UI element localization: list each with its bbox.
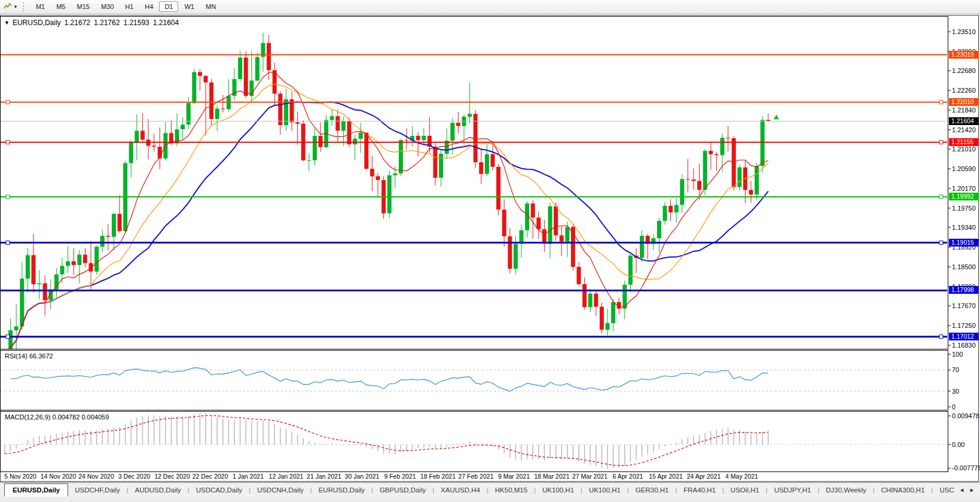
date-label: 9 Feb 2021 <box>384 473 416 480</box>
timeframe-toolbar: M1M5M15M30H1H4D1W1MN <box>30 1 221 12</box>
rsi-tick-label: 100 <box>952 351 963 358</box>
symbol-timeframe-label: EURUSD,Daily <box>13 19 61 27</box>
date-label: 3 Dec 2020 <box>118 473 151 480</box>
chart-tab-audusd-2[interactable]: AUDUSD,Daily <box>129 484 188 496</box>
up-arrow-icon <box>774 115 779 120</box>
date-label: 24 Nov 2020 <box>78 473 114 480</box>
price-tick-label: 1.17250 <box>952 322 976 329</box>
timeframe-button-d1[interactable]: D1 <box>159 1 178 12</box>
current-price-tag: 1.21604 <box>949 117 979 125</box>
chart-tab-gbpusd-6[interactable]: GBPUSD,Daily <box>373 484 432 496</box>
level-price-tag: 1.23019 <box>949 51 979 59</box>
price-tick-label: 1.18500 <box>952 263 976 270</box>
date-label: 30 Jan 2021 <box>345 473 380 480</box>
chart-tab-china300-16[interactable]: CHINA300,H1 <box>875 484 932 496</box>
rsi-pane-plot[interactable] <box>0 368 948 392</box>
timeframe-button-mn[interactable]: MN <box>200 1 221 12</box>
date-label: 27 Mar 2021 <box>572 473 607 480</box>
chart-tab-usdjpy-14[interactable]: USDJPY,H1 <box>768 484 818 496</box>
level-line-handle[interactable] <box>6 241 10 245</box>
chart-tab-eurusd-5[interactable]: EURUSD,Daily <box>312 484 371 496</box>
date-label: 12 Dec 2020 <box>154 473 190 480</box>
level-price-tag: 1.19992 <box>949 193 979 200</box>
timeframe-button-m15[interactable]: M15 <box>71 1 94 12</box>
tab-scroll-right-icon[interactable]: ► <box>969 487 975 493</box>
price-tick-label: 1.20590 <box>952 165 976 172</box>
price-tick-label: 1.21010 <box>952 145 976 153</box>
level-line-handle[interactable] <box>939 195 943 199</box>
chart-tab-usdcnh-4[interactable]: USDCNH,Daily <box>251 484 310 496</box>
chart-tab-usc-17[interactable]: USC <box>933 484 954 496</box>
chart-tab-hk50-8[interactable]: HK50,M15 <box>489 484 534 496</box>
timeframe-button-m5[interactable]: M5 <box>51 1 71 12</box>
top-toolbar: ▼ M1M5M15M30H1H4D1W1MN <box>0 0 980 14</box>
date-label: 15 Apr 2021 <box>649 473 683 480</box>
moving-average-line[interactable] <box>5 102 768 365</box>
timeframe-button-m1[interactable]: M1 <box>30 1 50 12</box>
timeframe-button-w1[interactable]: W1 <box>179 1 200 12</box>
date-label: 5 Nov 2020 <box>4 473 36 480</box>
price-tick-label: 1.19750 <box>952 205 976 212</box>
level-line-handle[interactable] <box>6 141 10 144</box>
level-price-tag: 1.21155 <box>949 138 979 146</box>
level-price-tag: 1.19015 <box>949 239 979 247</box>
price-tick-label: 1.21420 <box>952 126 976 133</box>
tab-scroll-left-icon[interactable]: ◄ <box>959 487 964 493</box>
level-line-handle[interactable] <box>6 195 10 199</box>
chart-tab-ger30-11[interactable]: GER30,H1 <box>629 484 676 496</box>
window-menu-icon[interactable]: ▼ <box>4 20 10 26</box>
chart-tool-icon[interactable] <box>3 2 13 11</box>
price-tick-label: 1.16830 <box>952 342 976 349</box>
level-price-tag: 1.22010 <box>949 98 979 106</box>
level-line-handle[interactable] <box>939 335 943 339</box>
macd-tick-label: 0.00 <box>952 441 964 448</box>
chart-tab-fra40-12[interactable]: FRA40,H1 <box>677 484 722 496</box>
date-label: 1 Jan 2021 <box>233 473 264 480</box>
date-label: 4 May 2021 <box>725 473 758 480</box>
date-label: 12 Jan 2021 <box>269 473 304 480</box>
dropdown-caret-icon[interactable]: ▼ <box>13 4 20 10</box>
price-tick-label: 1.22680 <box>952 67 976 74</box>
chart-tab-usdcad-3[interactable]: USDCAD,Daily <box>190 484 249 496</box>
date-label: 22 Dec 2020 <box>193 473 228 480</box>
macd-pane-plot[interactable] <box>0 413 948 469</box>
level-price-tag: 1.17998 <box>949 286 979 294</box>
toolbar-grip[interactable] <box>23 2 26 11</box>
date-label: 14 Nov 2020 <box>41 473 77 480</box>
main-chart-plot[interactable] <box>0 33 948 384</box>
tab-scroll-arrows: ◄ ► <box>954 487 980 493</box>
timeframe-button-m30[interactable]: M30 <box>96 1 119 12</box>
price-tick-label: 1.19340 <box>952 224 976 231</box>
macd-tick-label: 0.009478 <box>952 412 979 419</box>
macd-tick-label: -0.007778 <box>952 464 980 471</box>
rsi-indicator-label: RSI(14) 66.3672 <box>5 352 53 360</box>
chart-tabs: EURUSD,DailyUSDCHF,Daily|AUDUSD,Daily|US… <box>0 483 954 497</box>
chart-tab-xauusd-7[interactable]: XAUUSD,H4 <box>434 484 487 496</box>
price-tick-label: 1.20170 <box>952 185 976 192</box>
ohlc-low: 1.21593 <box>123 19 149 27</box>
chart-tab-eurusd-0[interactable]: EURUSD,Daily <box>4 483 68 497</box>
price-tick-label: 1.22260 <box>952 87 976 94</box>
price-tick-label: 1.17670 <box>952 302 976 309</box>
date-label: 9 Mar 2021 <box>498 473 530 480</box>
chart-tab-dj30-15[interactable]: DJ30,Weekly <box>819 484 873 496</box>
level-price-tag: 1.17012 <box>949 333 979 340</box>
date-label: 27 Feb 2021 <box>459 473 494 480</box>
chart-tool-glyph <box>4 2 12 11</box>
level-line-handle[interactable] <box>6 335 10 339</box>
chart-tab-usdchf-1[interactable]: USDCHF,Daily <box>68 484 126 496</box>
level-line-handle[interactable] <box>939 101 943 104</box>
chart-tab-usoil-13[interactable]: USOil,H1 <box>724 484 766 496</box>
ohlc-high: 1.21762 <box>94 19 120 27</box>
timeframe-button-h1[interactable]: H1 <box>120 1 139 12</box>
level-line-handle[interactable] <box>939 141 943 144</box>
chart-tab-uk100-10[interactable]: UK100,H1 <box>582 484 627 496</box>
chart-canvas[interactable] <box>0 16 980 473</box>
level-line-handle[interactable] <box>939 241 943 245</box>
date-label: 6 Apr 2021 <box>613 473 643 480</box>
macd-indicator-label: MACD(12,26,9) 0.004782 0.004059 <box>5 413 109 421</box>
rsi-tick-label: 0 <box>952 403 955 410</box>
chart-tab-uk100-9[interactable]: UK100,H1 <box>536 484 581 496</box>
level-line-handle[interactable] <box>6 101 10 104</box>
timeframe-button-h4[interactable]: H4 <box>139 1 158 12</box>
